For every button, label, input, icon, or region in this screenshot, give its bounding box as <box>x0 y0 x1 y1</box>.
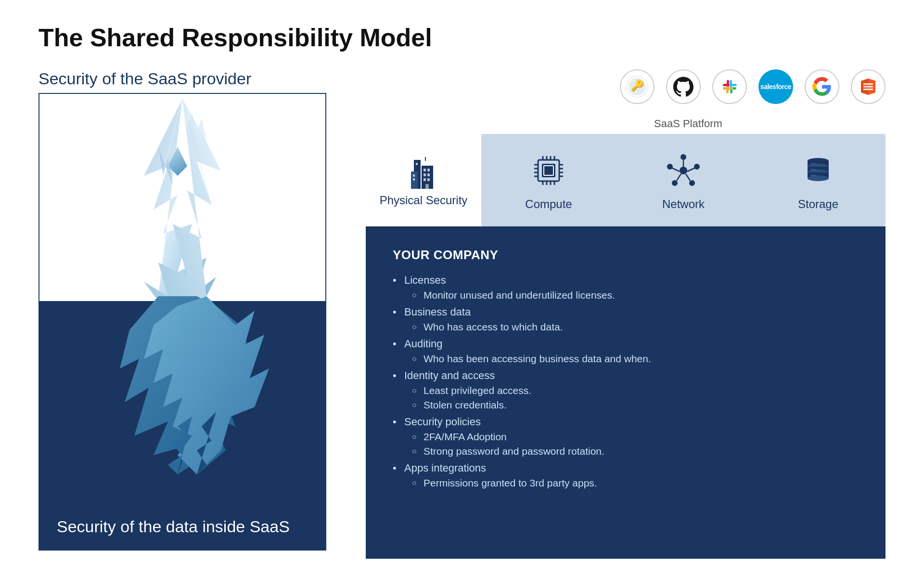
physical-security-card: Physical Security <box>366 134 481 226</box>
company-sub-item: Monitor unused and underutilized license… <box>412 289 859 301</box>
company-list-item: Identity and accessLeast privileged acce… <box>393 369 859 411</box>
svg-rect-24 <box>730 87 733 90</box>
storage-icon <box>799 151 837 190</box>
svg-rect-34 <box>863 89 873 90</box>
svg-rect-43 <box>424 178 426 181</box>
compute-icon <box>529 151 568 190</box>
svg-point-72 <box>672 180 678 186</box>
company-sub-item: 2FA/MFA Adoption <box>412 431 859 443</box>
svg-point-29 <box>731 84 733 86</box>
page: The Shared Responsibility Model Security… <box>0 0 924 578</box>
svg-rect-32 <box>863 83 873 85</box>
svg-line-77 <box>677 174 681 181</box>
platform-item-compute: Compute <box>481 134 616 226</box>
svg-point-85 <box>808 175 829 181</box>
svg-point-25 <box>726 87 728 90</box>
logo-1password: 🔑 <box>620 69 654 104</box>
svg-point-70 <box>694 164 700 170</box>
iceberg-illustration <box>81 93 283 474</box>
svg-point-69 <box>680 154 686 160</box>
right-column: 🔑 <box>337 69 886 559</box>
logos-row: 🔑 <box>366 69 886 104</box>
svg-rect-48 <box>425 157 426 161</box>
svg-line-75 <box>687 168 694 171</box>
iceberg-top <box>39 94 325 301</box>
logo-slack <box>712 69 747 104</box>
svg-point-73 <box>667 164 673 170</box>
company-sub-item: Permissions granted to 3rd party apps. <box>412 477 859 489</box>
platform-item-storage: Storage <box>751 134 886 226</box>
company-list-item: Apps integrationsPermissions granted to … <box>393 462 859 489</box>
svg-rect-33 <box>863 86 873 88</box>
logo-google <box>805 69 839 104</box>
svg-rect-41 <box>424 173 426 176</box>
saas-platform-label: SaaS Platform <box>491 118 886 130</box>
svg-rect-39 <box>424 169 426 171</box>
company-list-item: AuditingWho has been accessing business … <box>393 338 859 365</box>
platform-items: Compute <box>481 134 886 226</box>
iceberg-container: Security of the data inside SaaS <box>38 93 326 551</box>
company-list-item: Security policies2FA/MFA AdoptionStrong … <box>393 416 859 457</box>
left-column: Security of the SaaS provider <box>38 69 337 559</box>
svg-point-68 <box>680 167 687 174</box>
company-sub-item: Stolen credentials. <box>412 399 859 411</box>
svg-rect-46 <box>413 178 415 181</box>
svg-rect-42 <box>427 173 430 176</box>
logo-github <box>666 69 701 104</box>
network-icon <box>664 151 703 190</box>
svg-rect-44 <box>427 178 430 181</box>
physical-security-label: Physical Security <box>380 194 468 207</box>
logo-salesforce: salesforce <box>758 69 793 104</box>
company-list-item: LicensesMonitor unused and underutilized… <box>393 274 859 301</box>
svg-line-76 <box>686 174 690 181</box>
svg-rect-47 <box>425 184 429 189</box>
content-area: Security of the SaaS provider <box>38 69 886 559</box>
your-company-title: YOUR COMPANY <box>393 248 859 263</box>
company-sub-item: Least privileged access. <box>412 385 859 396</box>
svg-text:🔑: 🔑 <box>631 79 644 92</box>
company-sub-item: Who has been accessing business data and… <box>412 353 859 365</box>
svg-point-71 <box>689 180 695 186</box>
svg-rect-40 <box>427 169 430 171</box>
storage-label: Storage <box>798 197 838 211</box>
platform-item-network: Network <box>616 134 751 226</box>
svg-line-78 <box>672 168 680 171</box>
platform-row: Physical Security <box>366 134 886 226</box>
company-sub-item: Strong password and password rotation. <box>412 446 859 457</box>
page-title: The Shared Responsibility Model <box>38 23 886 52</box>
svg-rect-45 <box>413 174 415 177</box>
logo-office365 <box>851 69 886 104</box>
company-list-item: Business dataWho has access to which dat… <box>393 306 859 333</box>
provider-label: Security of the SaaS provider <box>38 69 337 93</box>
svg-rect-38 <box>416 163 418 165</box>
network-label: Network <box>662 197 705 211</box>
svg-rect-15 <box>723 84 730 86</box>
saas-data-label: Security of the data inside SaaS <box>57 517 290 536</box>
company-list: LicensesMonitor unused and underutilized… <box>393 274 859 489</box>
your-company-section: YOUR COMPANY LicensesMonitor unused and … <box>366 226 886 559</box>
compute-label: Compute <box>525 197 572 211</box>
company-sub-item: Who has access to which data. <box>412 321 859 333</box>
building-icon <box>404 155 443 194</box>
